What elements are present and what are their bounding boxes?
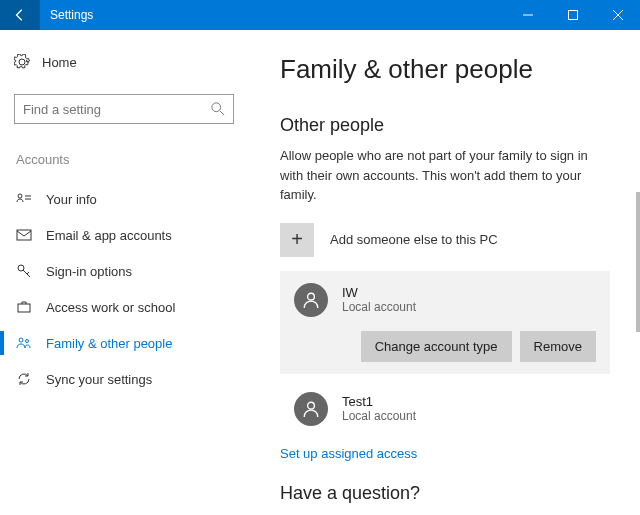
avatar-icon xyxy=(294,283,328,317)
home-link[interactable]: Home xyxy=(14,50,250,74)
sidebar-section-label: Accounts xyxy=(14,152,250,167)
svg-line-11 xyxy=(23,270,30,277)
account-name: Test1 xyxy=(342,394,416,409)
minimize-button[interactable] xyxy=(505,0,550,30)
sidebar-item-your-info[interactable]: Your info xyxy=(14,181,250,217)
avatar-icon xyxy=(294,392,328,426)
nav-label: Sync your settings xyxy=(46,372,152,387)
svg-line-5 xyxy=(220,111,224,115)
key-icon xyxy=(16,263,32,279)
gear-icon xyxy=(14,54,30,70)
change-account-type-button[interactable]: Change account type xyxy=(361,331,512,362)
sidebar-item-family[interactable]: Family & other people xyxy=(14,325,250,361)
svg-point-16 xyxy=(308,293,315,300)
svg-point-15 xyxy=(26,340,29,343)
nav-label: Access work or school xyxy=(46,300,175,315)
maximize-button[interactable] xyxy=(550,0,595,30)
account-card-selected[interactable]: IW Local account Change account type Rem… xyxy=(280,271,610,374)
search-icon xyxy=(211,102,225,116)
close-icon xyxy=(613,10,623,20)
svg-rect-9 xyxy=(17,230,31,240)
scrollbar-thumb[interactable] xyxy=(636,192,640,332)
account-type: Local account xyxy=(342,409,416,423)
app-title: Settings xyxy=(40,8,505,22)
account-type: Local account xyxy=(342,300,416,314)
sidebar: Home Accounts Your info Email & app acco… xyxy=(0,30,250,515)
window-controls xyxy=(505,0,640,30)
sidebar-item-sync[interactable]: Sync your settings xyxy=(14,361,250,397)
nav-label: Family & other people xyxy=(46,336,172,351)
svg-point-4 xyxy=(212,103,221,112)
remove-account-button[interactable]: Remove xyxy=(520,331,596,362)
other-people-description: Allow people who are not part of your fa… xyxy=(280,146,610,205)
briefcase-icon xyxy=(16,299,32,315)
home-label: Home xyxy=(42,55,77,70)
titlebar: Settings xyxy=(0,0,640,30)
search-box[interactable] xyxy=(14,94,234,124)
svg-point-17 xyxy=(308,402,315,409)
search-input[interactable] xyxy=(23,102,211,117)
scrollbar[interactable] xyxy=(636,192,640,482)
people-icon xyxy=(16,335,32,351)
back-button[interactable] xyxy=(0,0,40,30)
sync-icon xyxy=(16,371,32,387)
plus-icon: + xyxy=(280,223,314,257)
maximize-icon xyxy=(568,10,578,20)
person-card-icon xyxy=(16,191,32,207)
nav-label: Your info xyxy=(46,192,97,207)
account-name: IW xyxy=(342,285,416,300)
svg-rect-1 xyxy=(568,11,577,20)
svg-point-14 xyxy=(19,338,23,342)
close-button[interactable] xyxy=(595,0,640,30)
svg-rect-13 xyxy=(18,304,30,312)
nav-label: Email & app accounts xyxy=(46,228,172,243)
minimize-icon xyxy=(523,10,533,20)
svg-line-12 xyxy=(27,272,29,274)
page-title: Family & other people xyxy=(280,54,610,85)
content-pane: Family & other people Other people Allow… xyxy=(250,30,640,515)
mail-icon xyxy=(16,227,32,243)
sidebar-item-signin[interactable]: Sign-in options xyxy=(14,253,250,289)
add-someone-button[interactable]: + Add someone else to this PC xyxy=(280,223,610,257)
arrow-left-icon xyxy=(13,8,27,22)
question-heading: Have a question? xyxy=(280,483,610,504)
svg-point-6 xyxy=(18,194,22,198)
sidebar-item-work[interactable]: Access work or school xyxy=(14,289,250,325)
nav-label: Sign-in options xyxy=(46,264,132,279)
other-people-heading: Other people xyxy=(280,115,610,136)
account-row[interactable]: Test1 Local account xyxy=(280,384,610,434)
sidebar-item-email[interactable]: Email & app accounts xyxy=(14,217,250,253)
add-someone-label: Add someone else to this PC xyxy=(330,232,498,247)
assigned-access-link[interactable]: Set up assigned access xyxy=(280,446,417,461)
